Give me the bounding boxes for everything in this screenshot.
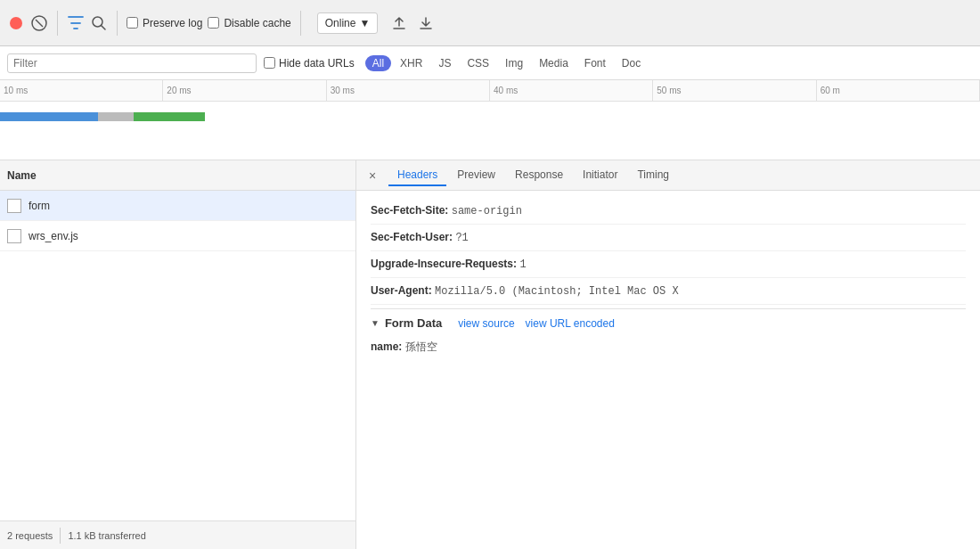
user-agent-value: Mozilla/5.0 (Macintosh; Intel Mac OS X: [435, 285, 679, 298]
form-data-links: view source view URL encoded: [458, 317, 615, 330]
header-row-sec-fetch-user: Sec-Fetch-User: ?1: [371, 225, 966, 251]
filter-input[interactable]: [7, 53, 257, 73]
transferred-size: 1.1 kB transferred: [68, 530, 145, 541]
clear-button[interactable]: [30, 14, 48, 32]
svg-line-3: [102, 25, 106, 29]
filter-tab-img[interactable]: Img: [498, 55, 530, 71]
bar-gray: [98, 112, 134, 121]
toolbar-divider-3: [300, 11, 301, 36]
preserve-log-checkbox[interactable]: [127, 17, 138, 29]
main-area: Name form wrs_env.js 2 requests 1.1 kB t…: [0, 160, 980, 549]
disable-cache-text: Disable cache: [224, 17, 290, 29]
requests-count: 2 requests: [7, 530, 53, 541]
tick-10ms: 10 ms: [0, 80, 163, 101]
sec-fetch-site-name: Sec-Fetch-Site:: [371, 204, 452, 217]
filter-bar: Hide data URLs All XHR JS CSS Img Media …: [0, 46, 980, 80]
disable-cache-checkbox[interactable]: [208, 17, 219, 29]
clear-icon: [31, 15, 47, 31]
bar-blue: [0, 112, 98, 121]
filter-tab-css[interactable]: CSS: [460, 55, 496, 71]
header-row-sec-fetch-site: Sec-Fetch-Site: same-origin: [371, 198, 966, 225]
network-throttle-select[interactable]: Online ▼: [317, 12, 379, 34]
name-column-label: Name: [7, 169, 37, 182]
filter-tab-doc[interactable]: Doc: [615, 55, 648, 71]
header-row-user-agent: User-Agent: Mozilla/5.0 (Macintosh; Inte…: [371, 278, 966, 305]
filter-tab-font[interactable]: Font: [577, 55, 613, 71]
record-button[interactable]: [7, 14, 25, 32]
disable-cache-label[interactable]: Disable cache: [208, 17, 290, 29]
preserve-log-label[interactable]: Preserve log: [127, 17, 202, 29]
record-icon: [10, 17, 22, 29]
network-status-text: Online: [325, 17, 356, 29]
file-icon-wrs-env: [7, 229, 21, 243]
header-row-upgrade-insecure: Upgrade-Insecure-Requests: 1: [371, 251, 966, 278]
upload-button[interactable]: [390, 14, 408, 32]
bar-green: [134, 112, 205, 121]
tab-headers[interactable]: Headers: [388, 165, 446, 186]
tick-50ms: 50 ms: [653, 80, 816, 101]
svg-line-1: [36, 20, 43, 27]
sec-fetch-site-value: same-origin: [452, 205, 522, 217]
timeline-area: 10 ms 20 ms 30 ms 40 ms 50 ms 60 m: [0, 80, 980, 160]
hide-data-urls-text: Hide data URLs: [279, 57, 355, 70]
filter-tab-media[interactable]: Media: [532, 55, 576, 71]
form-data-chevron-icon: ▼: [371, 318, 380, 328]
upload-icon: [391, 15, 407, 31]
chevron-down-icon: ▼: [359, 17, 370, 29]
left-panel: Name form wrs_env.js 2 requests 1.1 kB t…: [0, 160, 356, 549]
upgrade-insecure-value: 1: [519, 258, 526, 271]
sec-fetch-user-name: Sec-Fetch-User:: [371, 231, 455, 243]
hide-data-urls-label[interactable]: Hide data URLs: [264, 57, 355, 70]
tick-30ms: 30 ms: [327, 80, 490, 101]
tick-20ms: 20 ms: [163, 80, 326, 101]
filter-tab-all[interactable]: All: [365, 55, 391, 71]
upgrade-insecure-name: Upgrade-Insecure-Requests:: [371, 258, 519, 270]
view-url-encoded-link[interactable]: view URL encoded: [526, 317, 615, 330]
tab-initiator[interactable]: Initiator: [574, 165, 626, 186]
request-list: form wrs_env.js: [0, 191, 355, 520]
form-field-name-label: name:: [371, 340, 405, 353]
close-detail-button[interactable]: ×: [363, 167, 381, 184]
toolbar: Preserve log Disable cache Online ▼: [0, 0, 980, 46]
timeline-bars: [0, 102, 980, 160]
search-icon: [91, 15, 107, 31]
tab-preview[interactable]: Preview: [448, 165, 504, 186]
tick-40ms: 40 ms: [490, 80, 653, 101]
tab-response[interactable]: Response: [506, 165, 572, 186]
detail-content: Sec-Fetch-Site: same-origin Sec-Fetch-Us…: [356, 191, 980, 549]
import-export-area: [390, 14, 435, 32]
left-footer: 2 requests 1.1 kB transferred: [0, 520, 355, 549]
tick-60ms: 60 m: [817, 80, 980, 101]
requests-column-header: Name: [0, 160, 355, 191]
footer-divider: [60, 528, 61, 544]
filter-button[interactable]: [67, 14, 85, 32]
view-source-link[interactable]: view source: [458, 317, 514, 330]
filter-tab-js[interactable]: JS: [431, 55, 458, 71]
timeline-ruler: 10 ms 20 ms 30 ms 40 ms 50 ms 60 m: [0, 80, 980, 102]
form-data-section-title: ▼ Form Data view source view URL encoded: [371, 308, 966, 335]
detail-tabs: × Headers Preview Response Initiator Tim…: [356, 160, 980, 191]
toolbar-divider-1: [57, 11, 58, 36]
hide-data-urls-checkbox[interactable]: [264, 57, 275, 69]
filter-icon: [68, 16, 84, 30]
user-agent-name: User-Agent:: [371, 284, 435, 297]
preserve-log-text: Preserve log: [143, 17, 202, 29]
close-icon: ×: [369, 168, 376, 183]
timeline-bar-row-1: [0, 112, 980, 123]
request-item-wrs-env[interactable]: wrs_env.js: [0, 221, 355, 251]
form-data-title-text: Form Data: [385, 316, 442, 330]
request-name-wrs-env: wrs_env.js: [29, 230, 78, 242]
download-icon: [418, 15, 434, 31]
download-button[interactable]: [417, 14, 435, 32]
tab-timing[interactable]: Timing: [628, 165, 678, 186]
filter-type-tabs: All XHR JS CSS Img Media Font Doc: [365, 55, 648, 71]
form-field-name-value: 孫悟空: [405, 341, 437, 354]
search-button[interactable]: [90, 14, 108, 32]
file-icon-form: [7, 199, 21, 213]
toolbar-divider-2: [117, 11, 118, 36]
request-item-form[interactable]: form: [0, 191, 355, 221]
sec-fetch-user-value: ?1: [455, 232, 468, 244]
right-panel: × Headers Preview Response Initiator Tim…: [356, 160, 980, 549]
request-name-form: form: [29, 200, 50, 212]
filter-tab-xhr[interactable]: XHR: [393, 55, 429, 71]
